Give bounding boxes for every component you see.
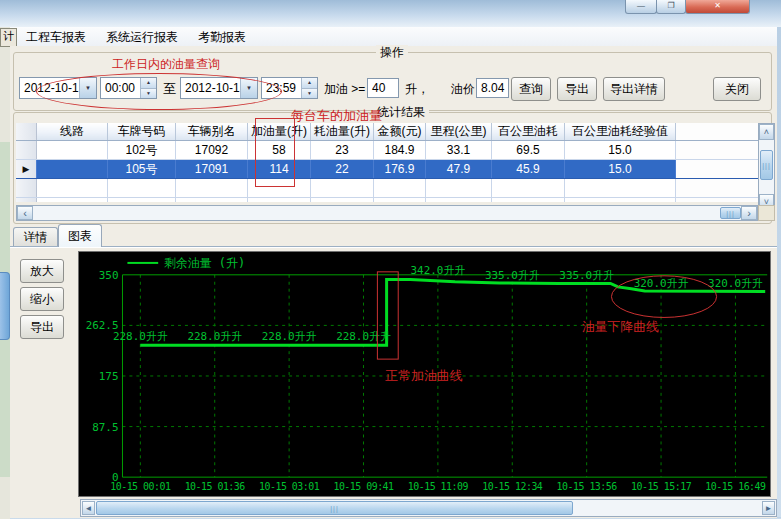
menu-item-engineering-vehicle-report[interactable]: 工程车报表: [16, 28, 96, 46]
row-selector-arrow[interactable]: ▶: [16, 160, 37, 179]
chart-horizontal-scrollbar[interactable]: ◄ ||| ►: [80, 499, 777, 517]
table-row[interactable]: [16, 198, 758, 203]
table-cell[interactable]: 33.1: [426, 141, 492, 160]
point-label: 320.0升升: [634, 277, 689, 290]
table-cell[interactable]: 184.9: [374, 141, 426, 160]
zoom-in-button[interactable]: 放大: [20, 259, 64, 283]
minimize-button[interactable]: —: [625, 0, 657, 14]
row-selector-cell[interactable]: [16, 198, 37, 203]
column-header[interactable]: 里程(公里): [426, 123, 492, 141]
table-cell[interactable]: 58: [248, 141, 311, 160]
scroll-right-icon: ›: [747, 207, 751, 219]
scroll-right-button[interactable]: ›: [741, 206, 757, 220]
refuel-threshold-input[interactable]: 40: [367, 78, 399, 98]
table-cell[interactable]: [374, 198, 426, 203]
row-selector-cell[interactable]: [16, 179, 37, 198]
date-from-picker[interactable]: 2012-10-15 ▼: [19, 77, 97, 99]
table-cell[interactable]: [176, 198, 248, 203]
export-chart-button[interactable]: 导出: [20, 315, 64, 339]
spinner-up-icon[interactable]: ▲: [141, 78, 156, 89]
fuel-price-input[interactable]: 8.04: [476, 78, 509, 98]
maximize-button[interactable]: ❐: [656, 0, 686, 14]
table-cell[interactable]: 22: [311, 160, 374, 179]
table-cell[interactable]: [492, 179, 565, 198]
horizontal-scroll-thumb[interactable]: |||: [720, 207, 741, 219]
table-cell[interactable]: 15.0: [565, 141, 676, 160]
tab-chart[interactable]: 图表: [58, 224, 102, 247]
menu-item-system-operation-report[interactable]: 系统运行报表: [96, 28, 188, 46]
close-button[interactable]: 关闭: [713, 77, 761, 101]
table-cell[interactable]: [311, 179, 374, 198]
column-header[interactable]: 金额(元): [374, 123, 426, 141]
column-header[interactable]: 车辆别名: [176, 123, 248, 141]
table-cell[interactable]: [108, 179, 176, 198]
time-from-spinner[interactable]: 00:00 ▲ ▼: [100, 77, 157, 99]
vertical-scroll-thumb[interactable]: |||: [760, 150, 773, 180]
table-cell[interactable]: [565, 198, 676, 203]
table-cell[interactable]: 102号: [108, 141, 176, 160]
table-cell[interactable]: [311, 198, 374, 203]
date-to-picker[interactable]: 2012-10-15 ▼: [180, 77, 258, 99]
table-cell[interactable]: [248, 179, 311, 198]
scrollbar-corner: [758, 205, 775, 221]
row-selector-cell[interactable]: [16, 141, 37, 160]
column-header[interactable]: 耗油量(升): [311, 123, 374, 141]
chevron-down-icon[interactable]: ▼: [79, 78, 96, 98]
table-cell[interactable]: [108, 198, 176, 203]
column-header[interactable]: 线路: [37, 123, 108, 141]
table-cell[interactable]: 23: [311, 141, 374, 160]
table-cell[interactable]: 114: [248, 160, 311, 179]
table-cell[interactable]: 176.9: [374, 160, 426, 179]
table-cell[interactable]: 17092: [176, 141, 248, 160]
table-cell[interactable]: [492, 198, 565, 203]
chevron-down-icon[interactable]: ▼: [240, 78, 257, 98]
column-header[interactable]: 加油量(升): [248, 123, 311, 141]
table-cell[interactable]: 15.0: [565, 160, 676, 179]
table-cell[interactable]: [426, 179, 492, 198]
table-cell[interactable]: 45.9: [492, 160, 565, 179]
spinner-down-icon[interactable]: ▼: [302, 89, 317, 99]
table-horizontal-scrollbar[interactable]: ‹ ||| ›: [16, 205, 758, 221]
table-cell[interactable]: 105号: [108, 160, 176, 179]
export-detail-button[interactable]: 导出详情: [603, 77, 665, 101]
table-cell[interactable]: [374, 179, 426, 198]
table-cell[interactable]: [37, 179, 108, 198]
table-cell[interactable]: [37, 141, 108, 160]
column-header[interactable]: 车牌号码: [108, 123, 176, 141]
tab-details[interactable]: 详情: [13, 227, 58, 247]
table-cell[interactable]: [176, 179, 248, 198]
export-button[interactable]: 导出: [557, 77, 597, 101]
table-vertical-scrollbar[interactable]: ˄ ||| ˅: [758, 123, 775, 211]
column-header[interactable]: 百公里油耗: [492, 123, 565, 141]
close-icon: ✕: [714, 1, 721, 10]
table-cell[interactable]: 69.5: [492, 141, 565, 160]
spinner-buttons[interactable]: ▲ ▼: [140, 78, 156, 98]
table-row[interactable]: 102号170925823184.933.169.515.0: [16, 141, 758, 160]
table-row[interactable]: [16, 179, 758, 198]
table-cell[interactable]: 17091: [176, 160, 248, 179]
scroll-left-button[interactable]: ◄: [82, 501, 95, 515]
table-cell[interactable]: [565, 179, 676, 198]
table-cell[interactable]: [426, 198, 492, 203]
zoom-out-button[interactable]: 缩小: [20, 287, 64, 311]
spinner-buttons[interactable]: ▲ ▼: [301, 78, 317, 98]
query-button[interactable]: 查询: [511, 77, 551, 101]
menu-item-attendance-report[interactable]: 考勤报表: [188, 28, 256, 46]
table-row[interactable]: ▶105号1709111422176.947.945.915.0: [16, 160, 758, 179]
table-cell[interactable]: [248, 198, 311, 203]
time-to-spinner[interactable]: 23:59 ▲ ▼: [261, 77, 318, 99]
scroll-up-button[interactable]: ˄: [759, 124, 774, 140]
column-header[interactable]: 百公里油耗经验值: [565, 123, 676, 141]
row-selector-header[interactable]: [16, 123, 37, 141]
close-window-button[interactable]: ✕: [685, 0, 750, 14]
scroll-left-button[interactable]: ‹: [17, 206, 33, 220]
chart-scroll-thumb[interactable]: |||: [96, 501, 573, 515]
scroll-right-icon: ►: [765, 504, 773, 513]
table-cell[interactable]: 47.9: [426, 160, 492, 179]
table-cell[interactable]: [37, 160, 108, 179]
y-tick-label: 175: [99, 370, 119, 383]
spinner-down-icon[interactable]: ▼: [141, 89, 156, 99]
scroll-right-button[interactable]: ►: [762, 501, 775, 515]
spinner-up-icon[interactable]: ▲: [302, 78, 317, 89]
table-cell[interactable]: [37, 198, 108, 203]
